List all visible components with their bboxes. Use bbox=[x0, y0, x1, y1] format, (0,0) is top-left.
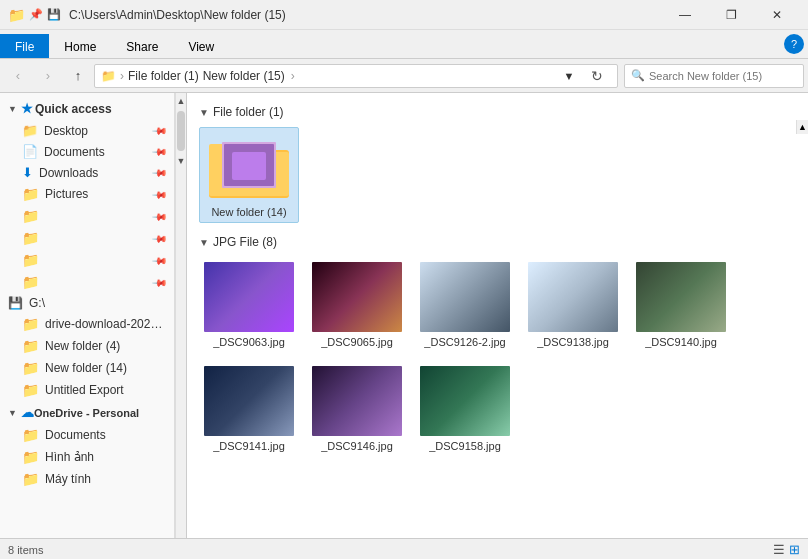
img-dsc9146 bbox=[312, 366, 402, 436]
status-text: 8 items bbox=[8, 544, 43, 556]
up-button[interactable]: ↑ bbox=[64, 62, 92, 90]
window-controls[interactable]: — ❐ ✕ bbox=[662, 0, 800, 30]
refresh-button[interactable]: ↻ bbox=[583, 64, 611, 88]
filename-dsc9065: _DSC9065.jpg bbox=[321, 336, 393, 348]
file-item-dsc9065[interactable]: _DSC9065.jpg bbox=[307, 257, 407, 353]
svg-rect-5 bbox=[232, 152, 266, 180]
extra1-pin-icon: 📌 bbox=[152, 208, 168, 224]
sidebar-item-desktop-label: Desktop bbox=[44, 124, 88, 138]
new-folder-14-icon: 📁 bbox=[22, 360, 39, 376]
filename-dsc9138: _DSC9138.jpg bbox=[537, 336, 609, 348]
sidebar-item-drive-g[interactable]: 💾 G:\ bbox=[0, 293, 174, 313]
view-details-icon[interactable]: ☰ bbox=[773, 542, 785, 557]
sidebar-item-new-folder-4-label: New folder (4) bbox=[45, 339, 120, 353]
quick-access-star-icon: ★ bbox=[21, 101, 33, 116]
sidebar-item-onedrive-documents[interactable]: 📁 Documents bbox=[0, 424, 174, 446]
breadcrumb-text: New folder (15) bbox=[203, 69, 285, 83]
file-item-dsc9146[interactable]: _DSC9146.jpg bbox=[307, 361, 407, 457]
extra4-pin-icon: 📌 bbox=[152, 274, 168, 290]
filename-dsc9141: _DSC9141.jpg bbox=[213, 440, 285, 452]
filename-dsc9063: _DSC9063.jpg bbox=[213, 336, 285, 348]
onedrive-icon: ☁ bbox=[21, 405, 34, 420]
sidebar-item-extra2[interactable]: 📁 📌 bbox=[0, 227, 174, 249]
search-input[interactable] bbox=[649, 70, 797, 82]
sidebar-item-untitled-export[interactable]: 📁 Untitled Export bbox=[0, 379, 174, 401]
sidebar-item-documents[interactable]: 📄 Documents 📌 bbox=[0, 141, 174, 162]
dropdown-button[interactable]: ▼ bbox=[559, 66, 579, 86]
sidebar-item-may-tinh-label: Máy tính bbox=[45, 472, 91, 486]
sidebar-item-hinh-anh[interactable]: 📁 Hình ảnh bbox=[0, 446, 174, 468]
folder-name-new-folder-14: New folder (14) bbox=[211, 206, 286, 218]
sidebar-item-untitled-export-label: Untitled Export bbox=[45, 383, 124, 397]
sidebar-item-extra4[interactable]: 📁 📌 bbox=[0, 271, 174, 293]
tab-home[interactable]: Home bbox=[49, 34, 111, 58]
sidebar-item-pictures[interactable]: 📁 Pictures 📌 bbox=[0, 183, 174, 205]
folder-svg bbox=[204, 132, 294, 202]
sidebar: ▲ ▼ ★ Quick access 📁 Desktop 📌 📄 Documen… bbox=[0, 93, 175, 538]
sidebar-item-new-folder-14-label: New folder (14) bbox=[45, 361, 127, 375]
breadcrumb-current: File folder (1) bbox=[128, 69, 199, 83]
file-folder-arrow[interactable]: ▼ bbox=[199, 107, 209, 118]
thumb-dsc9141 bbox=[204, 366, 294, 436]
img-dsc9138 bbox=[528, 262, 618, 332]
minimize-button[interactable]: — bbox=[662, 0, 708, 30]
filename-dsc9146: _DSC9146.jpg bbox=[321, 440, 393, 452]
sidebar-item-downloads-label: Downloads bbox=[39, 166, 98, 180]
view-tiles-icon[interactable]: ⊞ bbox=[789, 542, 800, 557]
sidebar-item-new-folder-14[interactable]: 📁 New folder (14) bbox=[0, 357, 174, 379]
file-item-dsc9138[interactable]: _DSC9138.jpg bbox=[523, 257, 623, 353]
quick-access-arrow: ▼ bbox=[8, 104, 17, 114]
thumb-dsc9138 bbox=[528, 262, 618, 332]
file-item-dsc9140[interactable]: _DSC9140.jpg bbox=[631, 257, 731, 353]
status-bar: 8 items ☰ ⊞ bbox=[0, 538, 808, 559]
sidebar-item-desktop[interactable]: 📁 Desktop 📌 bbox=[0, 120, 174, 141]
title-bar-icons: 📁 📌 💾 bbox=[8, 7, 61, 23]
jpg-arrow[interactable]: ▼ bbox=[199, 237, 209, 248]
extra1-folder-icon: 📁 bbox=[22, 208, 39, 224]
pictures-folder-icon: 📁 bbox=[22, 186, 39, 202]
may-tinh-icon: 📁 bbox=[22, 471, 39, 487]
onedrive-documents-icon: 📁 bbox=[22, 427, 39, 443]
sidebar-scroll-thumb[interactable] bbox=[177, 111, 185, 151]
thumb-dsc9063 bbox=[204, 262, 294, 332]
ribbon: File Home Share View ? bbox=[0, 30, 808, 59]
sidebar-item-drive-g-label: G:\ bbox=[29, 296, 45, 310]
help-button[interactable]: ? bbox=[784, 34, 804, 54]
sidebar-item-drive-download[interactable]: 📁 drive-download-202… bbox=[0, 313, 174, 335]
maximize-button[interactable]: ❐ bbox=[708, 0, 754, 30]
file-item-dsc9141[interactable]: _DSC9141.jpg bbox=[199, 361, 299, 457]
back-button[interactable]: ‹ bbox=[4, 62, 32, 90]
untitled-export-icon: 📁 bbox=[22, 382, 39, 398]
documents-folder-icon: 📄 bbox=[22, 144, 38, 159]
file-item-dsc9158[interactable]: _DSC9158.jpg bbox=[415, 361, 515, 457]
file-item-dsc9126[interactable]: _DSC9126-2.jpg bbox=[415, 257, 515, 353]
quick-access-header[interactable]: ▼ ★ Quick access bbox=[0, 97, 174, 120]
file-icon: 📁 bbox=[8, 7, 25, 23]
tab-share[interactable]: Share bbox=[111, 34, 173, 58]
sidebar-item-extra1[interactable]: 📁 📌 bbox=[0, 205, 174, 227]
breadcrumb[interactable]: 📁 › File folder (1) New folder (15) › ▼ … bbox=[94, 64, 618, 88]
main-layout: ▲ ▼ ★ Quick access 📁 Desktop 📌 📄 Documen… bbox=[0, 93, 808, 538]
forward-button[interactable]: › bbox=[34, 62, 62, 90]
sidebar-item-drive-download-label: drive-download-202… bbox=[45, 317, 162, 331]
documents-pin-icon: 📌 bbox=[152, 143, 168, 159]
drive-download-icon: 📁 bbox=[22, 316, 39, 332]
img-dsc9065 bbox=[312, 262, 402, 332]
onedrive-header[interactable]: ▼ ☁ OneDrive - Personal bbox=[0, 401, 174, 424]
file-item-dsc9063[interactable]: _DSC9063.jpg bbox=[199, 257, 299, 353]
downloads-pin-icon: 📌 bbox=[152, 164, 168, 180]
sidebar-item-extra3[interactable]: 📁 📌 bbox=[0, 249, 174, 271]
sidebar-item-new-folder-4[interactable]: 📁 New folder (4) bbox=[0, 335, 174, 357]
extra2-pin-icon: 📌 bbox=[152, 230, 168, 246]
tab-file[interactable]: File bbox=[0, 34, 49, 58]
sidebar-item-may-tinh[interactable]: 📁 Máy tính bbox=[0, 468, 174, 490]
title-bar: 📁 📌 💾 C:\Users\Admin\Desktop\New folder … bbox=[0, 0, 808, 30]
thumb-dsc9065 bbox=[312, 262, 402, 332]
sidebar-item-downloads[interactable]: ⬇ Downloads 📌 bbox=[0, 162, 174, 183]
close-button[interactable]: ✕ bbox=[754, 0, 800, 30]
tab-view[interactable]: View bbox=[173, 34, 229, 58]
folder-item-new-folder-14[interactable]: New folder (14) bbox=[199, 127, 299, 223]
sidebar-item-pictures-label: Pictures bbox=[45, 187, 88, 201]
sidebar-scrollbar: ▲ ▼ bbox=[175, 93, 187, 538]
desktop-folder-icon: 📁 bbox=[22, 123, 38, 138]
